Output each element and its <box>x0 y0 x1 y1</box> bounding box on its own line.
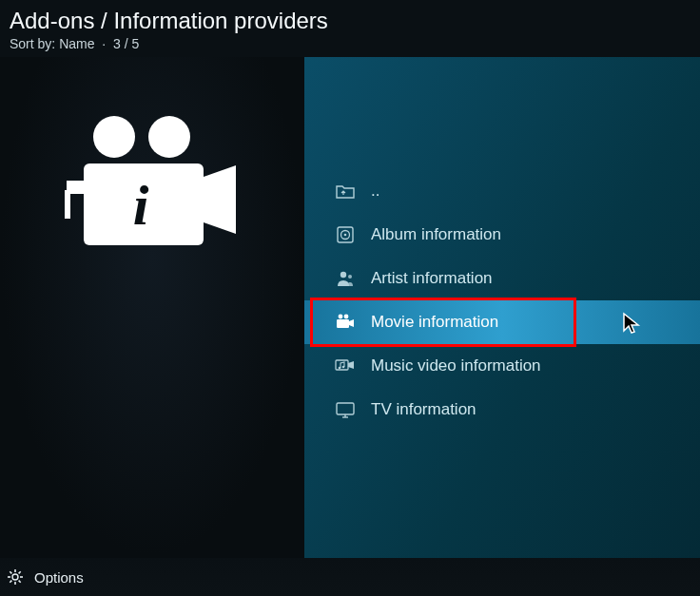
movie-icon <box>335 312 356 333</box>
page-subtitle: Sort by: Name · 3 / 5 <box>10 36 328 51</box>
svg-point-10 <box>348 275 352 279</box>
svg-line-26 <box>19 581 21 583</box>
footer-bar[interactable]: Options <box>0 558 700 596</box>
folder-up-icon <box>335 181 356 202</box>
list-item-label: Movie information <box>371 313 498 332</box>
list-item-label: Artist information <box>371 269 493 288</box>
svg-rect-14 <box>336 360 348 370</box>
list-item-movie[interactable]: Movie information <box>304 300 700 344</box>
svg-rect-17 <box>337 403 354 414</box>
category-art-icon: i <box>57 114 238 266</box>
music-video-icon <box>335 356 356 376</box>
list-item-label: .. <box>371 182 379 201</box>
list-item-parent[interactable]: .. <box>304 169 700 213</box>
list-item-album[interactable]: Album information <box>304 213 700 257</box>
list-panel: .. Album information Artist information … <box>304 57 700 558</box>
options-label: Options <box>34 569 84 586</box>
svg-rect-13 <box>337 319 349 328</box>
svg-rect-4 <box>65 190 70 219</box>
svg-point-16 <box>342 366 345 369</box>
list-item-tv[interactable]: TV information <box>304 388 700 432</box>
svg-point-0 <box>93 116 135 158</box>
svg-line-25 <box>10 571 11 573</box>
sort-value: Name <box>59 36 94 51</box>
header: Add-ons / Information providers Sort by:… <box>10 8 328 51</box>
content: i .. Album information Artist informatio… <box>0 57 700 558</box>
svg-point-9 <box>340 272 346 278</box>
svg-point-11 <box>339 315 343 319</box>
list-item-label: TV information <box>371 400 476 419</box>
svg-point-12 <box>344 315 349 319</box>
svg-point-1 <box>148 116 190 158</box>
svg-point-15 <box>339 367 341 370</box>
cursor-icon <box>622 312 643 341</box>
svg-line-27 <box>10 581 11 583</box>
position-indicator: 3 / 5 <box>113 36 139 51</box>
list-item-music-video[interactable]: Music video information <box>304 344 700 388</box>
tv-icon <box>335 399 356 420</box>
album-icon <box>335 224 356 245</box>
svg-point-8 <box>344 234 347 237</box>
svg-line-28 <box>19 571 21 573</box>
page-title: Add-ons / Information providers <box>10 8 328 34</box>
list-item-label: Album information <box>371 225 501 244</box>
artist-icon <box>335 268 356 289</box>
list-item-artist[interactable]: Artist information <box>304 257 700 300</box>
svg-point-20 <box>12 574 18 580</box>
sort-label: Sort by: <box>10 36 55 51</box>
options-icon <box>6 567 25 586</box>
list-item-label: Music video information <box>371 356 541 375</box>
left-panel: i <box>0 57 304 558</box>
svg-text:i: i <box>133 174 149 237</box>
